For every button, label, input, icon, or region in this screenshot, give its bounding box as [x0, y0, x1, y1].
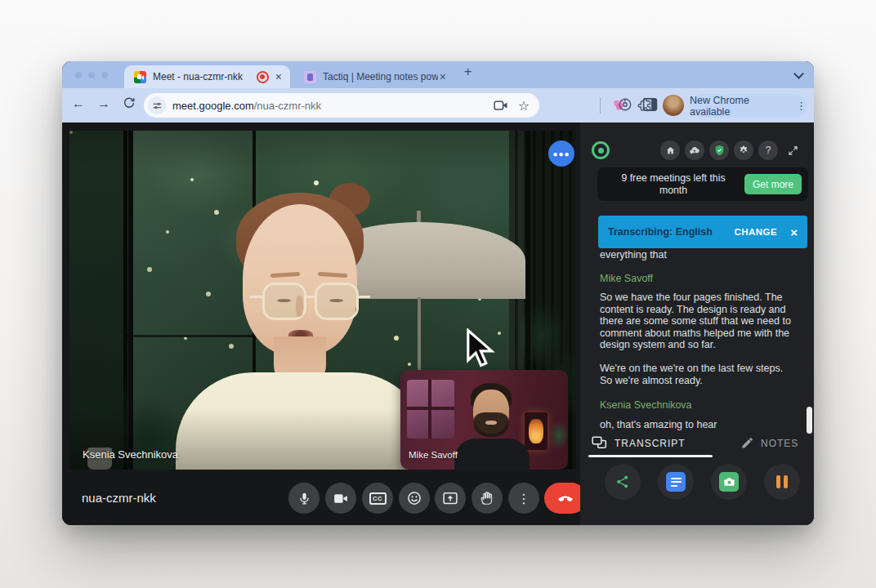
meet-control-bar: nua-czmr-nkk CC ⋮ — [62, 470, 580, 525]
tactiq-action-bar — [580, 464, 814, 513]
site-settings-icon[interactable] — [148, 96, 166, 114]
home-icon[interactable] — [660, 140, 680, 160]
browser-toolbar: ← → meet.google.com /nua-czmr-nkk ☆ — [62, 88, 814, 122]
mic-button[interactable] — [288, 483, 320, 514]
window-close-button[interactable] — [75, 72, 82, 78]
toolbar-divider — [600, 97, 601, 114]
screenshot-button[interactable] — [711, 464, 747, 500]
camera-button[interactable] — [325, 483, 356, 514]
side-panel-icon[interactable] — [642, 97, 658, 115]
tab-close-icon[interactable]: × — [274, 70, 290, 83]
transcript-speaker: Ksenia Svechnikova — [600, 399, 793, 411]
pip-fireplace — [525, 412, 548, 450]
pip-participant-mouth — [485, 421, 497, 425]
transcript-line: oh, that's amazing to hear — [600, 419, 793, 431]
share-button[interactable] — [605, 464, 641, 500]
pause-icon — [776, 475, 788, 488]
change-language-button[interactable]: CHANGE — [734, 227, 777, 237]
close-banner-icon[interactable]: × — [790, 225, 798, 239]
export-to-docs-button[interactable] — [658, 464, 694, 500]
help-icon[interactable]: ? — [758, 140, 778, 160]
free-meetings-text: 9 free meetings left this month — [609, 172, 744, 197]
tab-close-icon[interactable]: × — [438, 70, 454, 83]
cloud-upload-icon[interactable] — [685, 140, 704, 160]
pip-participant-shirt — [454, 439, 530, 470]
back-button[interactable]: ← — [72, 96, 85, 111]
tab-search-chevron-icon[interactable] — [793, 69, 804, 79]
tab-strip: Meet - nua-czmr-nkk × Tactiq | Meeting n… — [62, 61, 814, 88]
captions-button[interactable]: CC — [362, 483, 393, 514]
browser-window: Meet - nua-czmr-nkk × Tactiq | Meeting n… — [62, 61, 814, 525]
tab-title: Meet - nua-czmr-nkk — [153, 71, 252, 82]
bookmark-star-icon[interactable]: ☆ — [518, 98, 530, 114]
room-code-label: nua-czmr-nkk — [82, 491, 156, 505]
google-docs-icon — [666, 472, 686, 492]
new-tab-button[interactable]: + — [464, 65, 472, 79]
tab-transcript[interactable]: TRANSCRIPT — [592, 436, 686, 450]
tactiq-tab-bar: TRANSCRIPT NOTES — [580, 434, 814, 457]
meet-page: ●●● Ksenia Svechnikova Mike Savoff — [62, 122, 814, 525]
scrollbar-thumb[interactable] — [807, 407, 812, 434]
tab-title: Tactiq | Meeting notes powe — [323, 71, 438, 82]
pip-participant-beard — [474, 412, 508, 437]
address-bar[interactable]: meet.google.com /nua-czmr-nkk ☆ — [144, 93, 539, 118]
url-path: /nua-czmr-nkk — [254, 100, 321, 112]
pip-name-label: Mike Savoff — [409, 450, 458, 460]
meet-favicon-icon — [134, 71, 146, 83]
captions-icon: CC — [369, 492, 387, 505]
reload-button[interactable] — [123, 96, 136, 113]
tactiq-favicon-icon — [304, 71, 316, 83]
shield-check-icon[interactable] — [709, 140, 729, 160]
main-video-tile[interactable]: ●●● Ksenia Svechnikova Mike Savoff — [69, 131, 576, 470]
tab-notes-label: NOTES — [761, 438, 798, 449]
forward-button[interactable]: → — [97, 96, 110, 111]
free-meetings-banner: 9 free meetings left this month Get more — [597, 167, 808, 201]
mouse-cursor — [466, 328, 495, 374]
more-options-button[interactable]: ⋮ — [508, 483, 539, 514]
profile-avatar[interactable] — [663, 95, 684, 116]
camera-permission-icon[interactable] — [494, 100, 508, 111]
transcribing-label: Transcribing: English — [608, 226, 734, 238]
pip-video-tile[interactable]: Mike Savoff — [400, 370, 568, 470]
pip-plant — [548, 417, 568, 460]
url-host: meet.google.com — [172, 100, 254, 112]
collapse-panel-icon[interactable] — [783, 140, 802, 160]
recording-indicator-icon — [257, 71, 269, 83]
tab-notes[interactable]: NOTES — [740, 436, 798, 450]
tactiq-logo-icon — [592, 141, 610, 159]
camera-capture-icon — [719, 472, 739, 492]
tab-meet[interactable]: Meet - nua-czmr-nkk × — [124, 65, 290, 88]
participant-name-label: Ksenia Svechnikova — [83, 448, 178, 461]
lens-extension-icon[interactable] — [618, 97, 632, 115]
reactions-button[interactable] — [399, 483, 430, 514]
tactiq-panel: ? 9 free meetings left this month Get mo… — [580, 122, 814, 525]
transcript-line: everything that — [600, 249, 793, 261]
present-screen-button[interactable] — [435, 483, 466, 514]
update-chrome-button[interactable]: New Chrome available ⋮ — [690, 94, 807, 118]
active-tab-underline — [588, 455, 713, 457]
transcribing-banner: Transcribing: English CHANGE × — [598, 216, 807, 248]
pause-transcription-button[interactable] — [764, 464, 800, 500]
window-zoom-button[interactable] — [101, 72, 108, 78]
get-more-button[interactable]: Get more — [744, 174, 802, 194]
desktop: Meet - nua-czmr-nkk × Tactiq | Meeting n… — [0, 0, 876, 588]
transcript-line: We're on the we're on the last few steps… — [600, 363, 793, 386]
window-minimize-button[interactable] — [88, 72, 95, 78]
chat-notification-badge[interactable]: ●●● — [548, 140, 574, 167]
transcript-speaker: Mike Savoff — [600, 273, 793, 284]
settings-gear-icon[interactable] — [734, 140, 753, 160]
tab-transcript-label: TRANSCRIPT — [615, 438, 686, 449]
update-chrome-label: New Chrome available — [690, 95, 790, 118]
tab-tactiq[interactable]: Tactiq | Meeting notes powe × — [294, 65, 454, 88]
tactiq-header: ? — [592, 135, 802, 166]
pip-window-background — [407, 380, 454, 439]
raise-hand-button[interactable] — [472, 483, 503, 514]
transcript-line: So we have the four pages finished. The … — [600, 292, 793, 351]
browser-menu-icon[interactable]: ⋮ — [796, 100, 807, 112]
